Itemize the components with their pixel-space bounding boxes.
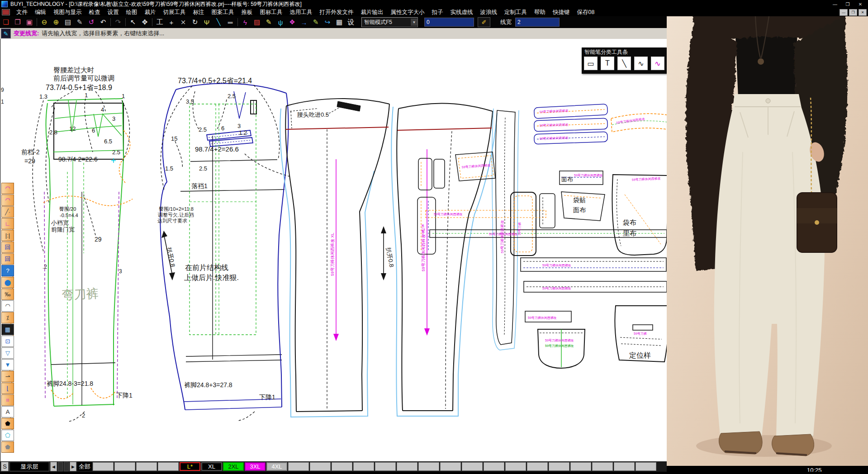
mdi-minimize-button[interactable]: —: [840, 9, 848, 16]
menu-item-5[interactable]: 绘图: [123, 9, 141, 16]
close-button[interactable]: ✕: [854, 1, 866, 8]
layer-slot[interactable]: [440, 462, 461, 471]
rectangle-tool[interactable]: ▭: [584, 57, 598, 70]
undo-icon[interactable]: ↶: [97, 17, 109, 27]
layer-prev-button[interactable]: ◀: [50, 462, 57, 471]
grid-tool[interactable]: ⌗: [1, 394, 14, 406]
xy-axes-tool[interactable]: ⌊: [1, 383, 14, 394]
fork-icon[interactable]: Ψ: [201, 17, 213, 27]
cut-line-icon[interactable]: ⨯: [177, 17, 189, 27]
menu-item-7[interactable]: 切展工具: [160, 9, 190, 16]
offset-input[interactable]: [424, 18, 474, 27]
layer-slot[interactable]: [136, 462, 157, 471]
piece-filled-tool[interactable]: ⬟: [1, 418, 14, 429]
menu-item-3[interactable]: 检查: [85, 9, 104, 16]
lightning-icon[interactable]: ϟ: [239, 17, 251, 27]
menu-item-9[interactable]: 图案工具: [208, 9, 238, 16]
curve-pen-icon[interactable]: ✎: [263, 17, 275, 27]
layer-slot[interactable]: [462, 462, 483, 471]
save-icon[interactable]: ▣: [24, 17, 35, 27]
layer-slot[interactable]: [636, 462, 656, 471]
menu-item-15[interactable]: 属性文字大小: [387, 9, 428, 16]
layer-slot[interactable]: [549, 462, 569, 471]
layer-slot[interactable]: [484, 462, 504, 471]
pleat-arc-tool[interactable]: ◠: [1, 300, 14, 312]
pattern-side-strip[interactable]: [492, 109, 519, 350]
layer-slot[interactable]: [614, 462, 635, 471]
offset-point-tool[interactable]: ⇀: [1, 371, 14, 382]
layer-slot[interactable]: [310, 462, 331, 471]
chevron-down-icon[interactable]: ▼: [410, 19, 417, 26]
layer-slot[interactable]: [158, 462, 179, 471]
layer-slot[interactable]: [527, 462, 548, 471]
parallel-icon[interactable]: ═: [224, 17, 236, 27]
arrow-dot-icon[interactable]: →: [298, 17, 310, 27]
layer-slot[interactable]: [114, 462, 135, 471]
dart-outline-tool[interactable]: ▽: [1, 347, 14, 359]
menu-item-12[interactable]: 选用工具: [286, 9, 316, 16]
maximize-button[interactable]: ❐: [842, 1, 854, 8]
corner-lines-tool[interactable]: ∟: [1, 218, 14, 229]
slash-notch-tool[interactable]: ⁒: [1, 312, 14, 323]
menu-item-4[interactable]: 设置: [104, 9, 123, 16]
fill-blob-tool[interactable]: ⬤: [1, 277, 14, 288]
select-arrow-icon[interactable]: ↖: [127, 17, 139, 27]
keyboard-icon[interactable]: ▤: [62, 17, 74, 27]
layer-slot[interactable]: [93, 462, 114, 471]
corner-box-tool[interactable]: ⊡: [1, 336, 14, 347]
layer-slot[interactable]: [505, 462, 526, 471]
layer-slot[interactable]: [592, 462, 613, 471]
zoom-in-icon[interactable]: ⊕: [50, 17, 62, 27]
curve-arrow-icon[interactable]: ↪: [322, 17, 333, 27]
minimize-button[interactable]: —: [829, 1, 841, 8]
comb-icon[interactable]: ψ: [275, 17, 286, 27]
line-tool[interactable]: ╲: [617, 57, 631, 70]
layer-slot[interactable]: [375, 462, 396, 471]
menu-item-6[interactable]: 裁片: [141, 9, 160, 16]
size-button-4XL[interactable]: 4XL: [266, 462, 287, 471]
layer-slot[interactable]: [353, 462, 374, 471]
layer-slot[interactable]: [418, 462, 439, 471]
smart-mode-dropdown[interactable]: 智能模式F5 ▼: [361, 17, 418, 27]
layer-slot[interactable]: [570, 462, 591, 471]
pick-tool-button[interactable]: ✐: [478, 17, 490, 27]
rotate-view-icon[interactable]: ↺: [85, 17, 97, 27]
pattern-front-piece[interactable]: [280, 99, 389, 417]
piece-gray-tool[interactable]: ⬟: [1, 441, 14, 453]
menu-item-0[interactable]: 文件: [13, 9, 31, 16]
layer-mini-slot[interactable]: [64, 462, 69, 471]
layer-slot[interactable]: [397, 462, 417, 471]
t-square-tool[interactable]: T: [601, 57, 614, 70]
all-sizes-button[interactable]: 全部: [77, 462, 92, 471]
smart-pen-toolbar[interactable]: 智能笔分类工具条 ▭T╲∿∿±+: [582, 47, 667, 74]
menu-item-21[interactable]: 快捷键: [549, 9, 574, 16]
add-point-icon[interactable]: +: [166, 17, 177, 27]
dart-filled-tool[interactable]: ▼: [1, 359, 14, 370]
linewidth-input[interactable]: [515, 18, 560, 27]
zoom-out-icon[interactable]: ⊖: [38, 17, 50, 27]
parallel-lines-tool[interactable]: |:|: [1, 230, 14, 241]
size-button-3XL[interactable]: 3XL: [245, 462, 266, 471]
move-icon[interactable]: ✥: [139, 17, 151, 27]
menu-item-10[interactable]: 推板: [238, 9, 256, 16]
text-tool[interactable]: A: [1, 406, 14, 417]
menu-item-14[interactable]: 裁片输出: [357, 9, 387, 16]
pattern-back-piece[interactable]: [391, 104, 497, 416]
menu-item-19[interactable]: 定制工具: [501, 9, 531, 16]
mdi-restore-button[interactable]: ❐: [849, 9, 857, 16]
mdi-close-button[interactable]: ✕: [859, 9, 867, 16]
palette-icon[interactable]: ❖: [286, 17, 298, 27]
menu-item-20[interactable]: 帮助: [531, 9, 549, 16]
rect-filled-tool[interactable]: 回: [1, 253, 14, 265]
measure-icon[interactable]: 工: [154, 17, 166, 27]
curve-tool[interactable]: ∿: [634, 57, 648, 70]
size-button-2XL[interactable]: 2XL: [223, 462, 244, 471]
menu-item-17[interactable]: 实线虚线: [447, 9, 477, 16]
pattern-canvas[interactable]: 臀腰差过大时前后调节量可以微调73.7/4-0.5+1省=18.91.31143…: [0, 39, 667, 461]
menu-item-2[interactable]: 视图与显示: [50, 9, 85, 16]
line-icon[interactable]: ╲: [213, 17, 224, 27]
open-folder-icon[interactable]: ❐: [12, 17, 24, 27]
rect-outline-tool[interactable]: 回: [1, 242, 14, 253]
curve-tool[interactable]: ◠: [1, 194, 14, 206]
hatch-brush-icon[interactable]: ▨: [251, 17, 263, 27]
